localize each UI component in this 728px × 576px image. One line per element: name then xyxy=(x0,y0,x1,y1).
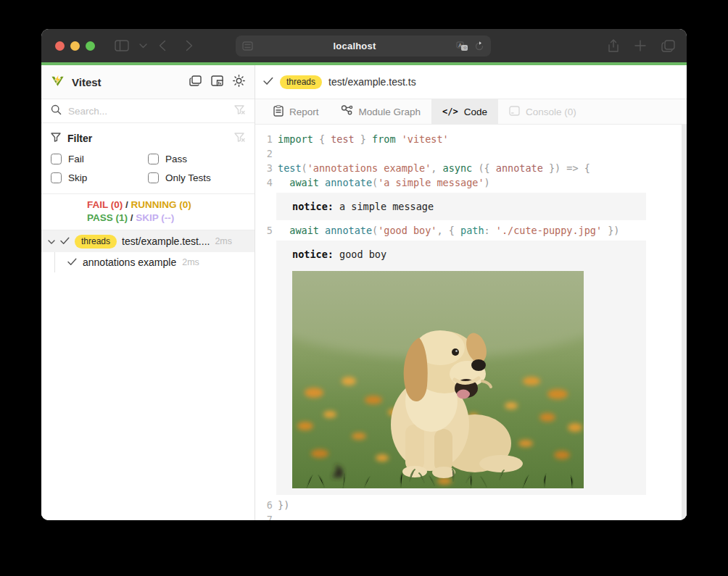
code-icon: </> xyxy=(442,107,458,117)
zoom-window-button[interactable] xyxy=(86,41,95,51)
tab-console[interactable]: Console (0) xyxy=(498,99,587,124)
address-bar[interactable]: localhost A☆ xyxy=(236,36,491,57)
console-icon xyxy=(509,106,520,118)
search-icon xyxy=(51,104,62,118)
checkbox-pass[interactable] xyxy=(148,154,159,164)
tab-label: Code xyxy=(464,107,487,117)
module-graph-icon xyxy=(341,105,353,118)
test-case-row[interactable]: annotations example 2ms xyxy=(41,252,255,272)
test-file-row[interactable]: threads test/example.test.... 2ms xyxy=(41,230,255,252)
minimize-window-button[interactable] xyxy=(70,41,80,51)
pass-check-icon xyxy=(60,235,70,248)
tab-code[interactable]: </> Code xyxy=(431,99,498,124)
sidebar-toggle-icon[interactable] xyxy=(112,29,131,62)
annotation-image-puppy xyxy=(292,271,584,488)
clear-filter-icon[interactable] xyxy=(234,104,245,117)
tab-label: Report xyxy=(289,107,319,117)
line-number: 5 xyxy=(255,223,273,238)
line-number: 4 xyxy=(255,175,273,190)
back-button[interactable] xyxy=(156,29,169,62)
app-title: Vitest xyxy=(72,76,182,88)
line-number: 7 xyxy=(255,512,273,520)
test-duration: 2ms xyxy=(182,257,199,267)
pool-badge: threads xyxy=(75,235,117,249)
filter-title: Filter xyxy=(67,133,92,144)
test-file-name: test/example.test.... xyxy=(122,235,210,247)
new-tab-icon[interactable] xyxy=(632,29,648,62)
fail-count: FAIL (0) xyxy=(87,199,123,210)
filter-icon xyxy=(51,133,61,144)
pool-badge: threads xyxy=(280,75,322,89)
pass-count: PASS (1) xyxy=(87,212,128,223)
search-placeholder: Search... xyxy=(68,106,228,117)
tab-module-graph[interactable]: Module Graph xyxy=(330,99,432,124)
browser-toolbar: localhost A☆ xyxy=(41,29,687,62)
checkbox-only-tests[interactable] xyxy=(148,172,159,183)
forward-button[interactable] xyxy=(183,29,196,62)
share-icon[interactable] xyxy=(605,29,621,62)
reader-icon[interactable] xyxy=(242,41,253,51)
code-line: 6}) xyxy=(255,498,687,512)
tab-report[interactable]: Report xyxy=(262,99,330,124)
tab-bar: Report Module Graph </> Code Console xyxy=(255,99,687,125)
notice-label: notice: xyxy=(292,249,339,260)
line-number: 1 xyxy=(255,132,273,146)
code-line: 7 xyxy=(255,512,687,520)
annotation-notice: notice: good boy xyxy=(276,241,646,495)
search-input[interactable]: Search... xyxy=(41,99,255,123)
skip-count: SKIP (--) xyxy=(136,212,174,223)
checkbox-skip[interactable] xyxy=(51,172,62,183)
notice-label: notice: xyxy=(292,201,339,212)
sidebar-header: Vitest xyxy=(41,65,255,99)
filter-checkbox-pass[interactable]: Pass xyxy=(148,154,245,164)
filter-checkbox-skip[interactable]: Skip xyxy=(51,172,148,183)
pass-check-icon xyxy=(67,256,77,269)
tab-overview-icon[interactable] xyxy=(659,29,677,62)
code-text: }) xyxy=(273,498,289,512)
test-duration: 2ms xyxy=(215,236,232,246)
chevron-down-icon[interactable] xyxy=(48,235,55,248)
code-text xyxy=(273,512,278,520)
notice-text: good boy xyxy=(339,249,386,260)
window-controls xyxy=(55,41,95,51)
code-editor[interactable]: 1import { test } from 'vitest'23test('an… xyxy=(255,125,687,520)
line-number: 3 xyxy=(255,161,273,175)
filter-checkbox-only-tests[interactable]: Only Tests xyxy=(148,172,245,183)
line-number: 2 xyxy=(255,146,273,161)
sidebar: Vitest Search... xyxy=(41,65,255,520)
open-file-name: test/example.test.ts xyxy=(328,76,416,88)
reload-icon[interactable] xyxy=(474,41,484,51)
browser-window: localhost A☆ Vitest xyxy=(41,29,687,520)
code-text: await annotate('good boy', { path: './cu… xyxy=(273,223,620,238)
checkbox-fail[interactable] xyxy=(51,154,62,164)
filter-section: Filter Fail Pass Skip Only Tests xyxy=(41,123,255,194)
scrollbar[interactable] xyxy=(682,125,687,520)
code-line: 5 await annotate('good boy', { path: './… xyxy=(255,223,687,238)
code-text: await annotate('a simple message') xyxy=(273,175,490,190)
tab-label: Module Graph xyxy=(359,107,421,117)
checkbox-label: Only Tests xyxy=(165,172,211,183)
code-line: 4 await annotate('a simple message') xyxy=(255,175,687,190)
theme-toggle-sun-icon[interactable] xyxy=(233,75,245,90)
test-summary: FAIL (0) / RUNNING (0) PASS (1) / SKIP (… xyxy=(41,194,255,230)
checkbox-label: Fail xyxy=(68,154,84,164)
code-line: 3test('annotations example', async ({ an… xyxy=(255,161,687,175)
checkbox-label: Skip xyxy=(68,172,87,183)
annotation-notice: notice: a simple message xyxy=(276,193,646,220)
test-case-name: annotations example xyxy=(83,256,176,268)
report-panel-icon[interactable] xyxy=(211,75,223,89)
translate-icon[interactable]: A☆ xyxy=(456,41,468,51)
code-line: 2 xyxy=(255,146,687,161)
url-text[interactable]: localhost xyxy=(253,41,456,51)
sidebar-chevron-down-icon[interactable] xyxy=(137,29,149,62)
code-text: import { test } from 'vitest' xyxy=(273,132,449,146)
report-icon xyxy=(273,105,284,119)
pass-check-icon xyxy=(263,75,273,88)
close-window-button[interactable] xyxy=(55,41,65,51)
filter-checkbox-fail[interactable]: Fail xyxy=(51,154,148,164)
code-text xyxy=(273,146,278,161)
notice-text: a simple message xyxy=(339,201,434,212)
clear-filter-icon[interactable] xyxy=(234,133,245,144)
dashboard-icon[interactable] xyxy=(189,75,202,89)
running-count: RUNNING (0) xyxy=(131,199,191,210)
